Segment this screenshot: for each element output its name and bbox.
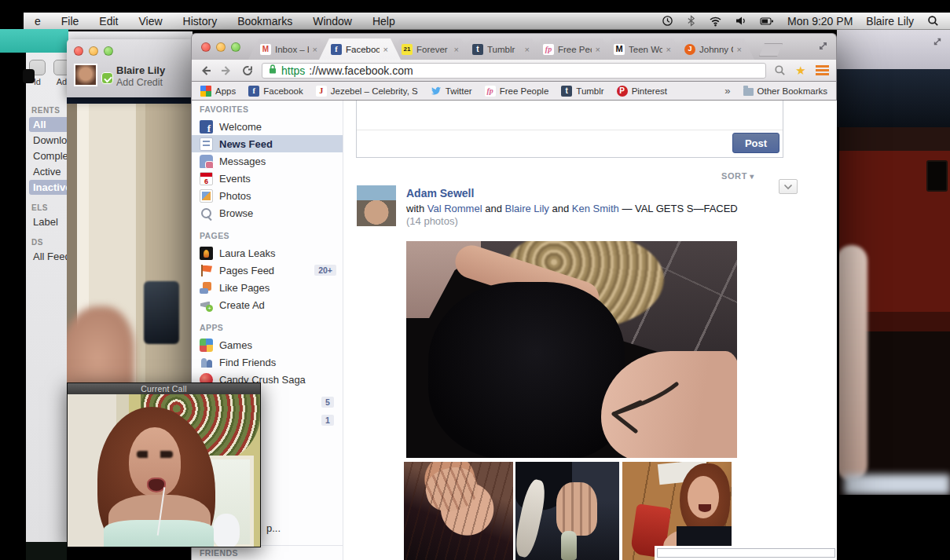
sidebar-item-welcome[interactable]: Welcome <box>192 118 343 135</box>
sidebar-item-browse[interactable]: Browse <box>192 204 343 221</box>
tab-close-icon[interactable]: × <box>666 45 671 54</box>
tab-close-icon[interactable]: × <box>596 45 600 54</box>
menubar-status-area: Mon 9:20 PM Blaire Lily <box>662 15 939 27</box>
sidebar-item-laura-leaks[interactable]: Laura Leaks <box>192 244 343 262</box>
menu-edit[interactable]: Edit <box>99 15 118 27</box>
tab-close-icon[interactable]: × <box>737 45 742 54</box>
tagged-friend-link[interactable]: Ken Smith <box>572 203 619 214</box>
menu-window[interactable]: Window <box>313 15 352 27</box>
bookmarks-overflow-chevron[interactable]: » <box>724 85 730 97</box>
close-button[interactable] <box>74 46 83 56</box>
tab-label: Tumblr <box>487 45 521 54</box>
menu-bookmarks[interactable]: Bookmarks <box>237 15 292 27</box>
minimize-button[interactable] <box>89 46 98 56</box>
tab-facebook[interactable]: Facebook× <box>319 38 401 60</box>
tab-close-icon[interactable]: × <box>313 45 317 54</box>
post-photo-thumb-2[interactable] <box>515 462 619 560</box>
sidebar-item-photos[interactable]: Photos <box>192 187 343 204</box>
post-photo-main[interactable] <box>406 241 737 458</box>
bookmark-label: Free People <box>500 86 549 96</box>
thumb-hand <box>556 482 597 536</box>
tab-inbox-b[interactable]: Inbox – b× <box>248 38 330 60</box>
bookmark-twitter[interactable]: Twitter <box>431 86 472 97</box>
tab-tumblr[interactable]: Tumblr× <box>460 38 542 60</box>
wifi-icon[interactable] <box>709 16 722 27</box>
tab-teen-wol[interactable]: Teen Wol× <box>602 38 684 60</box>
skype-contact-window[interactable]: Blaire Lily Add Credit <box>67 39 195 97</box>
menu-help[interactable]: Help <box>372 15 395 27</box>
post-author-avatar[interactable] <box>357 185 396 226</box>
feed-options-button[interactable] <box>779 179 798 194</box>
sidebar-item-events[interactable]: Events <box>192 170 343 187</box>
tab-close-icon[interactable]: × <box>454 45 459 54</box>
sidebar-item-find-friends[interactable]: Find Friends <box>192 353 343 371</box>
bookmark-apps[interactable]: Apps <box>200 86 236 97</box>
battery-icon[interactable] <box>760 16 774 26</box>
time-machine-icon[interactable] <box>662 15 673 27</box>
ssl-lock-icon[interactable] <box>268 64 277 77</box>
tab-johnny-c[interactable]: Johnny C× <box>673 38 754 60</box>
like-pages-icon <box>200 281 213 295</box>
post-button[interactable]: Post <box>732 133 779 153</box>
tab-close-icon[interactable]: × <box>525 45 530 54</box>
sidebar-item-label: Games <box>219 339 252 351</box>
caller-eyes <box>137 451 173 458</box>
status-composer[interactable]: Post <box>356 101 783 158</box>
back-button[interactable] <box>199 64 212 77</box>
sort-dropdown[interactable]: SORT <box>721 171 754 181</box>
sidebar-count-badge: 1 <box>321 415 334 426</box>
other-bookmarks-folder[interactable]: Other Bookmarks <box>743 86 827 96</box>
address-bar[interactable]: https://www.facebook.com <box>262 63 766 79</box>
sidebar-item-truncated[interactable]: p... <box>266 522 281 534</box>
add-credit-link[interactable]: Add Credit <box>116 77 163 88</box>
post-photo-thumb-1[interactable] <box>404 462 513 560</box>
sidebar-item-create-ad[interactable]: Create Ad <box>192 296 343 313</box>
zoom-button[interactable] <box>231 42 240 52</box>
menu-view[interactable]: View <box>138 15 162 27</box>
bookmark-star-icon[interactable] <box>794 64 808 78</box>
tagged-friend-link[interactable]: Val Rommel <box>427 203 482 214</box>
call-window-titlebar[interactable]: Current Call <box>68 383 260 394</box>
menubar-clock[interactable]: Mon 9:20 PM <box>787 15 853 27</box>
menu-file[interactable]: File <box>61 15 79 27</box>
tab-free-peop[interactable]: Free Peop× <box>531 38 613 60</box>
sidebar-item-news-feed[interactable]: News Feed <box>192 135 343 152</box>
sidebar-item-like-pages[interactable]: Like Pages <box>192 279 343 296</box>
spotlight-search-icon[interactable] <box>927 15 939 27</box>
page-search-icon[interactable] <box>774 64 786 76</box>
expand-window-icon[interactable] <box>817 40 829 55</box>
news-feed-icon <box>200 137 213 151</box>
forward-button[interactable] <box>220 64 233 77</box>
volume-icon[interactable] <box>735 16 746 26</box>
bookmark-jezebel-celebrity-s[interactable]: Jezebel – Celebrity, S <box>316 86 418 97</box>
sidebar-item-pages-feed[interactable]: Pages Feed20+ <box>192 262 343 279</box>
menu-e[interactable]: e <box>35 15 41 27</box>
bookmark-pinterest[interactable]: Pinterest <box>617 86 667 97</box>
tabs: Inbox – b×Facebook×Forever 2×Tumblr×Free… <box>248 38 743 60</box>
bookmark-facebook[interactable]: Facebook <box>248 86 303 97</box>
new-tab-button[interactable] <box>759 43 783 57</box>
comment-input[interactable] <box>657 548 835 558</box>
tab-forever-2[interactable]: Forever 2× <box>390 38 471 60</box>
tagged-friend-link[interactable]: Blaire Lily <box>505 203 549 214</box>
current-call-window: Current Call <box>67 382 261 547</box>
bookmark-tumblr[interactable]: Tumblr <box>561 86 603 97</box>
tab-close-icon[interactable]: × <box>383 45 388 54</box>
close-button[interactable] <box>201 42 211 52</box>
tab-label: Free Peop <box>558 45 592 54</box>
menu-history[interactable]: History <box>183 15 218 27</box>
expand-window-icon[interactable] <box>932 36 943 50</box>
sidebar-item-messages[interactable]: Messages <box>192 152 343 170</box>
minimize-button[interactable] <box>216 42 226 52</box>
zoom-button[interactable] <box>104 46 113 56</box>
photo-person-dress <box>428 282 625 458</box>
bluetooth-icon[interactable] <box>687 15 695 27</box>
browse-icon <box>200 207 213 220</box>
reload-button[interactable] <box>241 64 254 77</box>
sidebar-item-games[interactable]: Games <box>192 336 343 353</box>
menubar-user-menu[interactable]: Blaire Lily <box>866 15 914 27</box>
window-titlebar[interactable] <box>837 30 950 69</box>
chrome-menu-icon[interactable] <box>816 65 829 75</box>
post-author-link[interactable]: Adam Sewell <box>406 187 474 199</box>
bookmark-free-people[interactable]: Free People <box>485 86 549 97</box>
